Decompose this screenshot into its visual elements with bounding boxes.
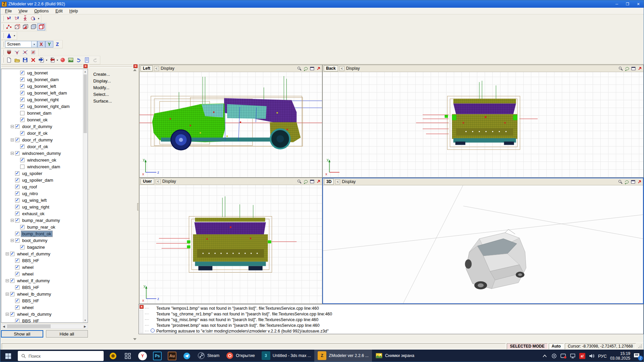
visibility-checkbox[interactable]: [15, 171, 19, 176]
tree-expander-icon[interactable]: [6, 252, 9, 255]
viewport-user-canvas[interactable]: y z x: [140, 185, 322, 304]
visibility-checkbox[interactable]: [20, 225, 24, 229]
language-indicator[interactable]: РУС: [598, 354, 607, 359]
menu-item[interactable]: File: [2, 8, 15, 14]
command-menu-item[interactable]: Display...: [89, 78, 139, 84]
tray-capture-icon[interactable]: [560, 353, 567, 359]
toolbar-grip[interactable]: [3, 24, 4, 29]
view-pan-tool-icon[interactable]: [13, 15, 21, 22]
viewport-tab[interactable]: Back: [324, 65, 338, 71]
tree-item-label[interactable]: door_lf_dummy: [21, 124, 53, 129]
new-file-icon[interactable]: [5, 57, 13, 64]
tree-expander-icon[interactable]: [11, 219, 14, 222]
tree-panel-header[interactable]: ✕: [0, 64, 89, 68]
visibility-checkbox[interactable]: [20, 245, 24, 249]
scroll-left-icon[interactable]: ◀: [1, 325, 6, 328]
maximize-button[interactable]: ❒: [622, 0, 633, 8]
zoom-icon[interactable]: [297, 179, 302, 184]
notification-center-icon[interactable]: 2: [634, 353, 641, 359]
tree-item-label[interactable]: bump_rear_ok: [26, 224, 56, 230]
tree-item-label[interactable]: bonnet_ok: [26, 117, 49, 123]
visibility-checkbox[interactable]: [15, 238, 19, 243]
pinned-app-sunflower[interactable]: [106, 350, 120, 362]
show-all-button[interactable]: Show all: [1, 330, 43, 338]
visibility-checkbox[interactable]: [15, 285, 19, 290]
viewport-display-menu[interactable]: Display: [342, 179, 356, 184]
tree-item[interactable]: door_lf_ok: [2, 130, 83, 136]
visibility-checkbox[interactable]: [15, 232, 19, 236]
title-bar[interactable]: Z ZModeler ver 2.2.6 (Build 992) ─ ❒ ✕: [0, 0, 644, 8]
tree-expander-icon[interactable]: [6, 293, 9, 296]
tree-item-label[interactable]: door_rf_ok: [26, 144, 49, 149]
visibility-checkbox[interactable]: [20, 91, 24, 95]
visibility-checkbox[interactable]: [20, 131, 24, 135]
tree-item-label[interactable]: exhaust_ok: [21, 211, 46, 217]
tree-item[interactable]: wheel_rb_dummy: [2, 311, 83, 317]
visibility-checkbox[interactable]: [15, 178, 19, 182]
delete-icon[interactable]: [29, 57, 37, 64]
axis-space-select[interactable]: Screen ▾: [5, 41, 37, 48]
taskbar-window-zmodeler[interactable]: Z ZModeler ver 2.2.6 ...: [314, 350, 372, 362]
toolbar-grip[interactable]: [3, 57, 4, 63]
axis-z-toggle[interactable]: Z: [53, 41, 61, 48]
tree-item[interactable]: ug_bonnet_left: [2, 83, 83, 89]
command-menu-item[interactable]: Modify...: [89, 84, 139, 91]
viewport-3d-canvas[interactable]: [323, 185, 643, 303]
tree-item-label[interactable]: ug_spoiler_dam: [21, 177, 54, 183]
visibility-checkbox[interactable]: [15, 124, 19, 129]
tree-item-label[interactable]: wheel_rb_dummy: [16, 311, 53, 317]
tree-item-label[interactable]: boot_dummy: [21, 238, 48, 243]
toolbar-grip[interactable]: [3, 42, 4, 47]
viewport-left[interactable]: Left < Display: [139, 65, 322, 178]
tree-item-label[interactable]: door_rf_dummy: [21, 137, 54, 143]
visibility-checkbox[interactable]: [20, 84, 24, 88]
view-orbit-tool-icon[interactable]: [29, 15, 37, 22]
viewport-display-menu[interactable]: Display: [346, 66, 360, 71]
visibility-checkbox[interactable]: [15, 258, 19, 263]
tree-item[interactable]: bonnet_ok: [2, 116, 83, 123]
visibility-checkbox[interactable]: [20, 98, 24, 102]
visibility-checkbox[interactable]: [10, 252, 14, 256]
zoom-icon[interactable]: [618, 66, 623, 71]
tree-item[interactable]: ug_bonnet_right: [2, 96, 83, 103]
tray-chevron-up-icon[interactable]: [542, 353, 548, 359]
tree-panel-close-icon[interactable]: ✕: [84, 64, 88, 68]
import-dropdown-icon[interactable]: ▾: [46, 59, 47, 62]
viewport-tab[interactable]: Left: [141, 65, 153, 71]
viewport-left-canvas[interactable]: y z x: [140, 72, 322, 177]
visibility-checkbox[interactable]: [15, 191, 19, 196]
tree-item-label[interactable]: wheel_rf_dummy: [16, 251, 51, 257]
tree-item[interactable]: BBS_HF: [2, 297, 83, 304]
tree-item-label[interactable]: ug_bonnet_dam: [26, 77, 60, 82]
expand-viewport-icon[interactable]: [637, 66, 642, 71]
viewport-display-menu[interactable]: Display: [161, 66, 174, 71]
scroll-down-icon[interactable]: ▼: [83, 318, 87, 322]
command-scroll-up-icon[interactable]: [133, 69, 137, 71]
combo-dropdown-icon[interactable]: ▾: [31, 41, 37, 47]
command-menu-item[interactable]: Select...: [89, 91, 139, 98]
menu-item[interactable]: Help: [66, 8, 82, 14]
close-button[interactable]: ✕: [633, 0, 644, 8]
visibility-checkbox[interactable]: [15, 272, 19, 276]
import-icon[interactable]: [37, 57, 45, 64]
axis-y-toggle[interactable]: Y: [45, 41, 53, 48]
tree-item-label[interactable]: windscreen_ok: [26, 157, 57, 163]
tree-expander-icon[interactable]: [6, 313, 9, 316]
tree-item[interactable]: wheel_rf_dummy: [2, 250, 83, 257]
tree-item[interactable]: door_rf_dummy: [2, 136, 83, 143]
resize-grip[interactable]: [638, 344, 642, 349]
visibility-checkbox[interactable]: [15, 305, 19, 310]
zoom-icon[interactable]: [297, 66, 302, 71]
orbit-icon[interactable]: [303, 179, 308, 184]
tree-item-label[interactable]: ug_wing_right: [21, 204, 50, 210]
orbit-icon[interactable]: [624, 66, 630, 71]
maximize-viewport-icon[interactable]: [630, 179, 636, 184]
tree-item-label[interactable]: ug_wing_left: [21, 197, 48, 203]
visibility-checkbox[interactable]: [15, 265, 19, 269]
tree-item[interactable]: windscreen_dam: [2, 163, 83, 170]
command-scroll-down-icon[interactable]: [133, 338, 137, 340]
tree-item[interactable]: wheel_lf_dummy: [2, 277, 83, 284]
tree-expander-icon[interactable]: [11, 239, 14, 242]
tray-alert-icon[interactable]: a!: [579, 353, 585, 359]
tree-item[interactable]: wheel: [2, 264, 83, 270]
